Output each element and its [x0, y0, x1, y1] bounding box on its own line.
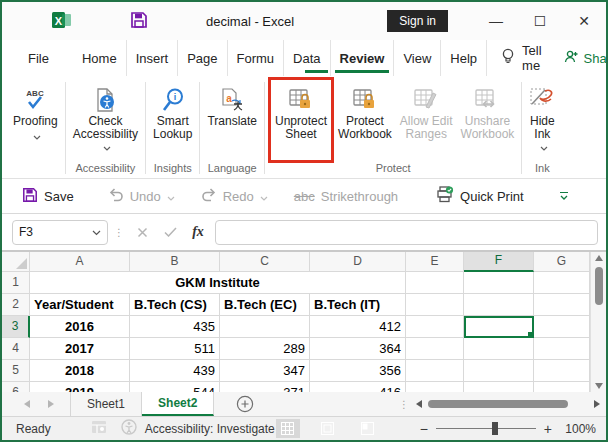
accessibility-status[interactable]: Accessibility: Investigate — [145, 422, 275, 436]
customize-qat-button[interactable] — [560, 192, 568, 201]
column-header-g[interactable]: G — [534, 252, 590, 272]
zoom-slider[interactable] — [436, 428, 536, 429]
share-button[interactable]: Share — [564, 40, 608, 76]
cell-e6[interactable] — [406, 382, 464, 392]
row-header-4[interactable]: 4 — [2, 338, 30, 360]
maximize-button[interactable]: ☐ — [518, 13, 562, 29]
cell-a6[interactable]: 2019 — [30, 382, 130, 392]
tab-view[interactable]: View — [394, 40, 441, 76]
save-icon[interactable] — [130, 11, 148, 32]
smart-lookup-button[interactable]: iSmart Lookup — [149, 80, 196, 160]
chevron-down-icon[interactable] — [260, 189, 268, 204]
cell-a1[interactable]: GKM Institute — [30, 272, 406, 294]
cell-d2[interactable]: B.Tech (IT) — [310, 294, 406, 316]
tab-review[interactable]: Review — [331, 40, 395, 76]
tab-home[interactable]: Home — [73, 40, 127, 76]
qat-strikethrough-button[interactable]: abc Strikethrough — [288, 186, 404, 207]
minimize-button[interactable]: — — [474, 13, 518, 29]
chevron-down-icon[interactable] — [167, 189, 175, 204]
cell-d3[interactable]: 412 — [310, 316, 406, 338]
page-break-view-button[interactable] — [356, 419, 380, 438]
column-header-f[interactable]: F — [464, 252, 534, 272]
cell-d6[interactable]: 416 — [310, 382, 406, 392]
macro-record-icon[interactable] — [91, 420, 107, 437]
cell-d4[interactable]: 364 — [310, 338, 406, 360]
cell-g6[interactable] — [534, 382, 590, 392]
horizontal-scrollbar[interactable]: ⋮ — [399, 392, 606, 416]
row-header-2[interactable]: 2 — [2, 294, 30, 316]
zoom-slider-thumb[interactable] — [492, 422, 498, 435]
cell-c4[interactable]: 289 — [220, 338, 310, 360]
cell-b2[interactable]: B.Tech (CS) — [130, 294, 220, 316]
formula-input[interactable] — [215, 220, 598, 245]
cell-f6[interactable] — [464, 382, 534, 392]
qat-undo-button[interactable]: Undo — [102, 185, 181, 208]
qat-quick-print-button[interactable]: Quick Print — [430, 183, 530, 209]
column-header-a[interactable]: A — [30, 252, 130, 272]
cell-c5[interactable]: 347 — [220, 360, 310, 382]
cell-f2[interactable] — [464, 294, 534, 316]
normal-view-button[interactable] — [276, 419, 300, 438]
name-box[interactable]: F3 — [12, 220, 108, 245]
cell-e4[interactable] — [406, 338, 464, 360]
scroll-right-icon[interactable] — [594, 400, 600, 408]
cell-c6[interactable]: 371 — [220, 382, 310, 392]
tab-data[interactable]: Data — [284, 40, 330, 76]
cell-f5[interactable] — [464, 360, 534, 382]
check-accessibility-button[interactable]: Check Accessibility — [69, 80, 142, 160]
sign-in-button[interactable]: Sign in — [387, 10, 448, 32]
tab-help[interactable]: Help — [441, 40, 487, 76]
zoom-in-button[interactable]: + — [544, 421, 552, 437]
cell-f1[interactable] — [464, 272, 534, 294]
zoom-out-button[interactable]: − — [420, 421, 428, 437]
sheet-tab-sheet1[interactable]: Sheet1 — [71, 392, 142, 416]
row-header-3[interactable]: 3 — [2, 316, 30, 338]
column-header-c[interactable]: C — [220, 252, 310, 272]
cell-b3[interactable]: 435 — [130, 316, 220, 338]
cell-g5[interactable] — [534, 360, 590, 382]
row-header-6[interactable]: 6 — [2, 382, 30, 392]
cell-e5[interactable] — [406, 360, 464, 382]
cell-e2[interactable] — [406, 294, 464, 316]
chevron-down-icon[interactable] — [92, 225, 101, 239]
scroll-down-icon[interactable] — [595, 383, 603, 389]
row-header-1[interactable]: 1 — [2, 272, 30, 294]
cell-b5[interactable]: 439 — [130, 360, 220, 382]
row-header-5[interactable]: 5 — [2, 360, 30, 382]
proofing-button[interactable]: ABCProofing — [9, 80, 62, 172]
cell-b4[interactable]: 511 — [130, 338, 220, 360]
cell-g1[interactable] — [534, 272, 590, 294]
cell-g2[interactable] — [534, 294, 590, 316]
column-header-d[interactable]: D — [310, 252, 406, 272]
sheet-tab-sheet2[interactable]: Sheet2 — [142, 392, 214, 416]
scroll-left-icon[interactable] — [416, 400, 422, 408]
cell-c2[interactable]: B.Tech (EC) — [220, 294, 310, 316]
tab-insert[interactable]: Insert — [127, 40, 179, 76]
unprotect-sheet-button[interactable]: Unprotect Sheet — [271, 80, 331, 160]
scroll-up-icon[interactable] — [595, 255, 603, 261]
tab-file[interactable]: File — [14, 40, 63, 76]
cell-a3[interactable]: 2016 — [30, 316, 130, 338]
new-sheet-button[interactable] — [236, 392, 254, 416]
qat-save-button[interactable]: Save — [16, 184, 80, 209]
cell-a2[interactable]: Year/Student — [30, 294, 130, 316]
cell-g3[interactable] — [534, 316, 590, 338]
cell-d5[interactable]: 356 — [310, 360, 406, 382]
next-sheet-icon[interactable] — [48, 400, 54, 408]
cell-e1[interactable] — [406, 272, 464, 294]
tab-formu[interactable]: Formu — [228, 40, 285, 76]
select-all-corner[interactable] — [2, 252, 30, 272]
cell-c3[interactable] — [220, 316, 310, 338]
enter-check-icon[interactable] — [159, 227, 181, 237]
insert-function-icon[interactable]: fx — [187, 224, 209, 240]
cancel-icon[interactable] — [131, 227, 153, 238]
qat-redo-button[interactable]: Redo — [195, 185, 274, 208]
close-button[interactable]: ✕ — [562, 13, 606, 29]
cell-b6[interactable]: 544 — [130, 382, 220, 392]
cell-a5[interactable]: 2018 — [30, 360, 130, 382]
prev-sheet-icon[interactable] — [24, 400, 30, 408]
tab-splitter[interactable]: ⋮ — [399, 399, 410, 410]
cell-f3[interactable] — [464, 316, 534, 338]
vertical-scrollbar[interactable] — [590, 252, 606, 392]
formula-bar-splitter[interactable]: ⋮ — [114, 227, 125, 238]
